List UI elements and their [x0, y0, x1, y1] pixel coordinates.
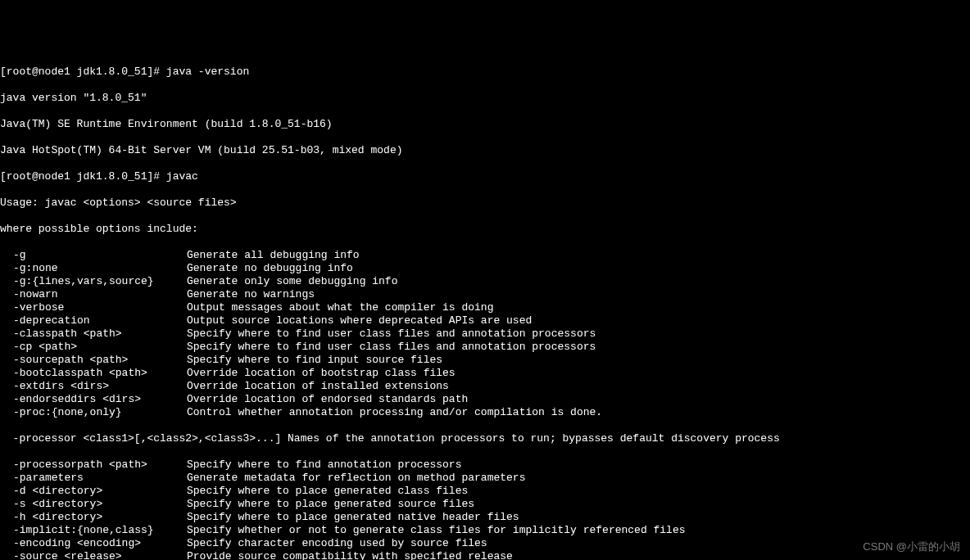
option-description: Specify where to find user class files a…: [187, 341, 970, 354]
option-row: -cp <path>Specify where to find user cla…: [0, 341, 970, 354]
option-description: Generate metadata for reflection on meth…: [187, 472, 970, 485]
option-flag: -parameters: [0, 472, 187, 485]
option-row: -implicit:{none,class}Specify whether or…: [0, 524, 970, 537]
output-jre: Java(TM) SE Runtime Environment (build 1…: [0, 118, 970, 131]
option-flag: -nowarn: [0, 288, 187, 301]
processor-line: -processor <class1>[,<class2>,<class3>..…: [0, 432, 970, 445]
option-flag: -cp <path>: [0, 341, 187, 354]
option-description: Specify where to place generated native …: [187, 511, 970, 524]
option-row: -bootclasspath <path>Override location o…: [0, 367, 970, 380]
option-row: -processorpath <path>Specify where to fi…: [0, 458, 970, 472]
prompt-line-2[interactable]: [root@node1 jdk1.8.0_51]# javac: [0, 170, 970, 183]
option-description: Output messages about what the compiler …: [187, 301, 970, 314]
option-description: Generate no debugging info: [187, 262, 970, 275]
option-flag: -proc:{none,only}: [0, 406, 187, 419]
option-description: Specify where to find annotation process…: [187, 458, 970, 472]
option-row: -source <release>Provide source compatib…: [0, 550, 970, 560]
option-row: -g:{lines,vars,source}Generate only some…: [0, 275, 970, 288]
option-row: -encoding <encoding>Specify character en…: [0, 537, 970, 550]
option-description: Override location of endorsed standards …: [187, 393, 970, 406]
option-description: Generate only some debugging info: [187, 275, 970, 288]
shell-prompt: [root@node1 jdk1.8.0_51]#: [0, 65, 166, 78]
where-line: where possible options include:: [0, 223, 970, 236]
output-hotspot: Java HotSpot(TM) 64-Bit Server VM (build…: [0, 144, 970, 157]
option-row: -sourcepath <path>Specify where to find …: [0, 354, 970, 367]
option-description: Specify where to find user class files a…: [187, 327, 970, 341]
options-block-2: -processorpath <path>Specify where to fi…: [0, 458, 970, 560]
option-flag: -encoding <encoding>: [0, 537, 187, 550]
option-description: Override location of installed extension…: [187, 380, 970, 393]
command-text: java -version: [166, 65, 249, 78]
option-flag: -verbose: [0, 301, 187, 314]
option-row: -s <directory>Specify where to place gen…: [0, 498, 970, 511]
option-flag: -source <release>: [0, 550, 187, 560]
option-flag: -d <directory>: [0, 485, 187, 498]
options-block-1: -gGenerate all debugging info-g:noneGene…: [0, 249, 970, 419]
command-text: javac: [166, 170, 198, 183]
option-row: -d <directory>Specify where to place gen…: [0, 485, 970, 498]
option-row: -deprecationOutput source locations wher…: [0, 314, 970, 327]
option-description: Override location of bootstrap class fil…: [187, 367, 970, 380]
output-java-version: java version "1.8.0_51": [0, 92, 970, 105]
option-flag: -g:none: [0, 262, 187, 275]
option-description: Specify character encoding used by sourc…: [187, 537, 970, 550]
option-row: -endorseddirs <dirs>Override location of…: [0, 393, 970, 406]
option-description: Output source locations where deprecated…: [187, 314, 970, 327]
option-row: -proc:{none,only}Control whether annotat…: [0, 406, 970, 419]
option-flag: -processorpath <path>: [0, 458, 187, 472]
option-flag: -g: [0, 249, 187, 262]
option-flag: -sourcepath <path>: [0, 354, 187, 367]
option-description: Generate no warnings: [187, 288, 970, 301]
option-flag: -s <directory>: [0, 498, 187, 511]
option-flag: -classpath <path>: [0, 327, 187, 341]
option-flag: -bootclasspath <path>: [0, 367, 187, 380]
option-row: -classpath <path>Specify where to find u…: [0, 327, 970, 341]
option-flag: -extdirs <dirs>: [0, 380, 187, 393]
usage-line: Usage: javac <options> <source files>: [0, 196, 970, 210]
option-flag: -deprecation: [0, 314, 187, 327]
option-flag: -endorseddirs <dirs>: [0, 393, 187, 406]
option-row: -extdirs <dirs>Override location of inst…: [0, 380, 970, 393]
option-description: Specify where to place generated source …: [187, 498, 970, 511]
option-row: -g:noneGenerate no debugging info: [0, 262, 970, 275]
option-description: Generate all debugging info: [187, 249, 970, 262]
watermark-text: CSDN @小雷的小胡: [863, 540, 960, 553]
shell-prompt: [root@node1 jdk1.8.0_51]#: [0, 170, 166, 183]
option-description: Specify where to place generated class f…: [187, 485, 970, 498]
option-flag: -h <directory>: [0, 511, 187, 524]
option-description: Control whether annotation processing an…: [187, 406, 970, 419]
option-row: -h <directory>Specify where to place gen…: [0, 511, 970, 524]
option-description: Specify whether or not to generate class…: [187, 524, 970, 537]
option-description: Specify where to find input source files: [187, 354, 970, 367]
option-row: -nowarnGenerate no warnings: [0, 288, 970, 301]
prompt-line-1[interactable]: [root@node1 jdk1.8.0_51]# java -version: [0, 65, 970, 79]
terminal-output: [root@node1 jdk1.8.0_51]# java -version …: [0, 52, 970, 560]
option-flag: -g:{lines,vars,source}: [0, 275, 187, 288]
option-flag: -implicit:{none,class}: [0, 524, 187, 537]
option-description: Provide source compatibility with specif…: [187, 550, 970, 560]
option-row: -gGenerate all debugging info: [0, 249, 970, 262]
option-row: -parametersGenerate metadata for reflect…: [0, 472, 970, 485]
option-row: -verboseOutput messages about what the c…: [0, 301, 970, 314]
